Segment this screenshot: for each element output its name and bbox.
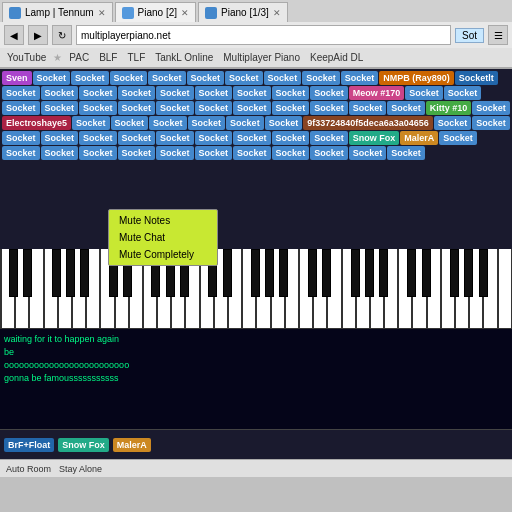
player-tag-60[interactable]: Socket [41,146,79,160]
player-tag-55[interactable]: Socket [310,131,348,145]
player-tag-2[interactable]: Socket [71,71,109,85]
player-tag-65[interactable]: Socket [233,146,271,160]
player-tag-23[interactable]: Socket [444,86,482,100]
address-input[interactable] [76,25,451,45]
player-tag-25[interactable]: Socket [41,101,79,115]
black-key-17[interactable] [351,249,360,297]
player-tag-16[interactable]: Socket [156,86,194,100]
player-tag-69[interactable]: Socket [387,146,425,160]
player-tag-32[interactable]: Socket [310,101,348,115]
black-key-15[interactable] [308,249,317,297]
player-tag-40[interactable]: Socket [149,116,187,130]
black-key-23[interactable] [464,249,473,297]
player-tag-31[interactable]: Socket [272,101,310,115]
player-tag-4[interactable]: Socket [148,71,186,85]
player-tag-36[interactable]: Socket [472,101,510,115]
player-tag-62[interactable]: Socket [118,146,156,160]
tab-close-piano2[interactable]: ✕ [181,8,189,18]
player-tag-8[interactable]: Socket [302,71,340,85]
player-tag-10[interactable]: NMPB (Ray890) [379,71,454,85]
player-tag-27[interactable]: Socket [118,101,156,115]
mute-completely-item[interactable]: Mute Completely [109,246,217,263]
player-tag-17[interactable]: Socket [195,86,233,100]
black-key-1[interactable] [23,249,32,297]
bookmark-blf[interactable]: BLF [96,51,120,64]
player-tag-42[interactable]: Socket [226,116,264,130]
black-key-14[interactable] [279,249,288,297]
bookmark-tank[interactable]: TankL Online [152,51,216,64]
tab-close-lamp[interactable]: ✕ [98,8,106,18]
player-tag-13[interactable]: Socket [41,86,79,100]
player-tag-21[interactable]: Meow #170 [349,86,405,100]
player-tag-53[interactable]: Socket [233,131,271,145]
black-key-24[interactable] [479,249,488,297]
player-tag-45[interactable]: Socket [434,116,472,130]
black-key-12[interactable] [251,249,260,297]
player-tag-1[interactable]: Socket [33,71,71,85]
player-tag-58[interactable]: Socket [439,131,477,145]
player-tag-68[interactable]: Socket [349,146,387,160]
player-tag-48[interactable]: Socket [41,131,79,145]
player-tag-24[interactable]: Socket [2,101,40,115]
player-tag-49[interactable]: Socket [79,131,117,145]
player-tag-33[interactable]: Socket [349,101,387,115]
player-tag-44[interactable]: 9f33724840f5deca6a3a04656 [303,116,433,130]
player-tag-15[interactable]: Socket [118,86,156,100]
black-key-16[interactable] [322,249,331,297]
player-tag-26[interactable]: Socket [79,101,117,115]
menu-button[interactable]: ☰ [488,25,508,45]
white-key-35[interactable] [498,249,512,329]
black-key-21[interactable] [422,249,431,297]
back-button[interactable]: ◀ [4,25,24,45]
player-tag-54[interactable]: Socket [272,131,310,145]
forward-button[interactable]: ▶ [28,25,48,45]
tab-piano2[interactable]: Piano [2] ✕ [115,2,196,22]
player-tag-6[interactable]: Socket [225,71,263,85]
tab-close-piano13[interactable]: ✕ [273,8,281,18]
black-key-4[interactable] [80,249,89,297]
player-tag-46[interactable]: Socket [472,116,510,130]
black-key-18[interactable] [365,249,374,297]
black-key-20[interactable] [407,249,416,297]
player-tag-67[interactable]: Socket [310,146,348,160]
player-tag-66[interactable]: Socket [272,146,310,160]
bookmark-youtube[interactable]: YouTube [4,51,49,64]
player-tag-52[interactable]: Socket [195,131,233,145]
black-key-0[interactable] [9,249,18,297]
player-tag-35[interactable]: Kitty #10 [426,101,472,115]
player-tag-59[interactable]: Socket [2,146,40,160]
player-tag-34[interactable]: Socket [387,101,425,115]
player-tag-38[interactable]: Socket [72,116,110,130]
player-tag-30[interactable]: Socket [233,101,271,115]
player-tag-19[interactable]: Socket [272,86,310,100]
player-tag-14[interactable]: Socket [79,86,117,100]
refresh-button[interactable]: ↻ [52,25,72,45]
mute-chat-item[interactable]: Mute Chat [109,229,217,246]
player-tag-3[interactable]: Socket [110,71,148,85]
black-key-22[interactable] [450,249,459,297]
player-tag-20[interactable]: Socket [310,86,348,100]
player-tag-63[interactable]: Socket [156,146,194,160]
player-tag-39[interactable]: Socket [111,116,149,130]
player-tag-12[interactable]: Socket [2,86,40,100]
player-tag-22[interactable]: Socket [405,86,443,100]
bookmark-keepaid[interactable]: KeepAid DL [307,51,366,64]
player-tag-28[interactable]: Socket [156,101,194,115]
player-tag-5[interactable]: Socket [187,71,225,85]
sort-button[interactable]: Sot [455,28,484,43]
player-tag-57[interactable]: MalerA [400,131,438,145]
bottom-tag-snowfox[interactable]: Snow Fox [58,438,109,452]
player-tag-7[interactable]: Socket [264,71,302,85]
player-tag-64[interactable]: Socket [195,146,233,160]
bookmark-tlf[interactable]: TLF [124,51,148,64]
black-key-3[interactable] [66,249,75,297]
player-tag-29[interactable]: Socket [195,101,233,115]
player-tag-9[interactable]: Socket [341,71,379,85]
black-key-2[interactable] [52,249,61,297]
player-tag-18[interactable]: Socket [233,86,271,100]
tab-lamp[interactable]: Lamp | Tennum ✕ [2,2,113,22]
player-tag-41[interactable]: Socket [188,116,226,130]
mute-notes-item[interactable]: Mute Notes [109,212,217,229]
black-key-19[interactable] [379,249,388,297]
player-tag-56[interactable]: Snow Fox [349,131,400,145]
